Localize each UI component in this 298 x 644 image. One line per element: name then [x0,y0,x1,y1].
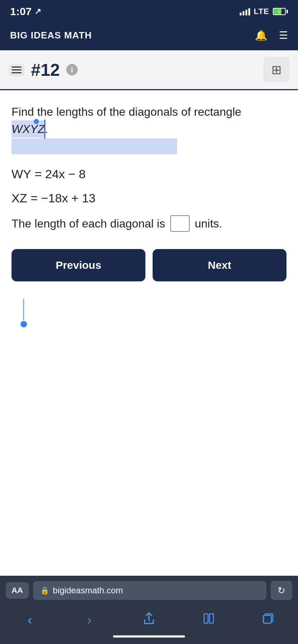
main-content: Find the lengths of the diagonals of rec… [0,90,298,456]
eq1-value: 24x − 8 [45,167,86,181]
forward-button[interactable]: › [75,611,104,629]
status-right: LTE ⚡ [240,7,288,16]
tabs-button[interactable] [254,611,283,629]
lte-label: LTE [254,7,269,16]
status-bar: 1:07 ↗ LTE ⚡ [0,0,298,22]
previous-button[interactable]: Previous [12,249,145,281]
problem-text: Find the lengths of the diagonals of rec… [12,103,286,138]
equation-xz: XZ = −18x + 13 [12,191,286,205]
svg-rect-1 [209,614,213,623]
content-spacer [0,456,298,576]
battery-icon: ⚡ [273,8,288,15]
cursor-handle-top [34,119,39,124]
hamburger-line-2 [12,69,22,70]
signal-bar-2 [243,11,244,15]
answer-prefix: The length of each diagonal is [12,217,165,230]
forward-icon: › [87,612,92,628]
signal-bar-1 [240,13,241,15]
eq2-value: −18x + 13 [41,191,95,205]
calculator-button[interactable]: ⊞ [263,57,289,83]
equation-wy: WY = 24x − 8 [12,167,286,181]
signal-bars [240,8,250,15]
text-selection-block [12,138,177,154]
home-bar [113,635,185,638]
font-size-button[interactable]: AA [6,582,29,599]
problem-area: Find the lengths of the diagonals of rec… [12,103,286,154]
calculator-icon: ⊞ [271,63,281,77]
answer-line: The length of each diagonal is units. [12,215,286,232]
caret-dot [21,321,27,327]
eq1-label: WY [12,167,31,181]
bottom-toolbar: ‹ › [0,605,298,632]
problem-header: #12 i ⊞ [0,50,298,90]
caret-line [23,299,24,320]
problem-variable: WXYZ [12,120,45,138]
tabs-icon [262,612,274,627]
reload-button[interactable]: ↻ [271,581,292,600]
url-bar[interactable]: 🔒 bigideasmath.com [33,581,266,600]
svg-rect-3 [263,615,271,623]
problem-header-left: #12 i [9,60,78,80]
bookmarks-icon [203,612,215,627]
answer-input-box[interactable] [170,215,190,232]
home-indicator [0,632,298,644]
eq2-equals: = [31,191,41,205]
hamburger-line-1 [12,66,22,68]
back-icon: ‹ [27,612,32,628]
nav-buttons: Previous Next [12,249,286,281]
status-time: 1:07 ↗ [10,5,41,18]
share-icon [143,612,155,628]
app-header: BIG IDEAS MATH 🔔 ☰ [0,22,298,50]
bell-icon[interactable]: 🔔 [255,29,267,41]
signal-bar-3 [245,10,247,15]
svg-rect-0 [204,614,208,623]
list-menu-button[interactable] [9,64,24,76]
hamburger-menu-icon[interactable]: ☰ [279,29,288,41]
problem-number: #12 [31,60,60,80]
nav-arrow-icon: ↗ [35,7,41,16]
caret-area [12,299,286,327]
info-label: i [71,66,73,74]
lock-icon: 🔒 [40,586,49,595]
info-badge[interactable]: i [66,64,78,75]
share-button[interactable] [135,611,163,629]
answer-suffix: units. [195,217,222,230]
variable-text: WXYZ [12,123,45,135]
url-text: bigideasmath.com [53,585,123,595]
time-display: 1:07 [10,5,32,18]
reload-icon: ↻ [277,585,285,596]
eq1-equals: = [35,167,45,181]
app-title: BIG IDEAS MATH [10,30,92,41]
hamburger-line-3 [12,72,22,73]
app-header-icons: 🔔 ☰ [255,29,288,41]
back-button[interactable]: ‹ [15,611,44,629]
browser-bar: AA 🔒 bigideasmath.com ↻ [0,576,298,605]
signal-bar-4 [248,8,250,15]
bookmarks-button[interactable] [194,611,223,629]
eq2-label: XZ [12,191,27,205]
next-button[interactable]: Next [153,249,286,281]
problem-instruction: Find the lengths of the diagonals of rec… [12,105,241,118]
